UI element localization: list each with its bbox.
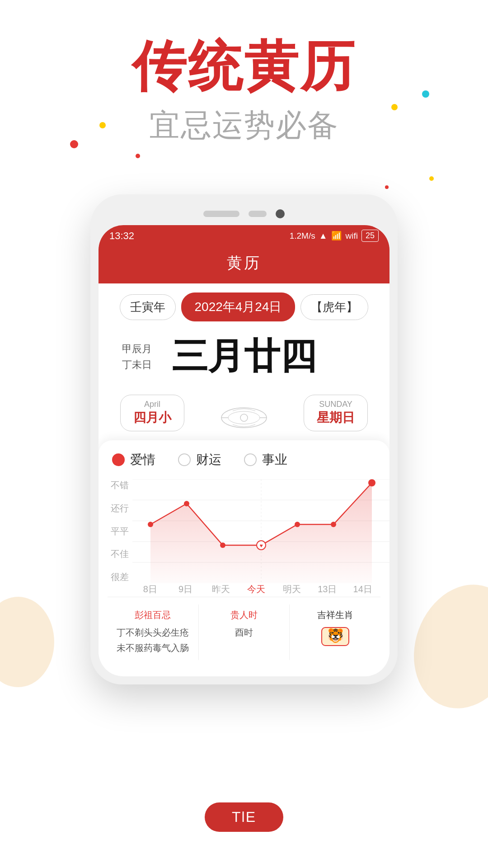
x-label-14: 14日 (345, 583, 380, 597)
x-label-tomorrow: 明天 (274, 583, 310, 597)
luck-tab-dot-career (244, 453, 257, 466)
dot-red-2 (136, 154, 140, 158)
svg-point-13 (184, 501, 189, 506)
svg-point-1 (228, 411, 260, 424)
signal-icon: ▲ (319, 231, 328, 241)
month-row: April 四月小 (109, 388, 379, 433)
month-label: 甲辰月 (122, 341, 152, 357)
luck-tab-wealth-label: 财运 (196, 451, 221, 468)
date-row: 壬寅年 2022年4月24日 【虎年】 (109, 292, 379, 321)
lunar-section: 甲辰月 丁未日 三月廿四 (109, 330, 379, 384)
x-label-yesterday: 昨天 (203, 583, 239, 597)
weekday-chip: SUNDAY 星期日 (304, 395, 368, 431)
svg-point-17 (295, 522, 300, 527)
weekday-cn-label: 星期日 (317, 409, 355, 426)
hero-section: 传统黄历 宜忌运势必备 (0, 36, 488, 146)
svg-point-14 (220, 542, 225, 548)
dot-yellow-3 (429, 176, 434, 181)
x-label-13: 13日 (310, 583, 345, 597)
x-label-today: 今天 (239, 583, 274, 597)
phone-camera (276, 209, 285, 218)
svg-point-12 (148, 522, 153, 527)
y-label-2: 平平 (108, 525, 132, 538)
x-label-9: 9日 (168, 583, 203, 597)
bottom-badge: TlE (205, 802, 283, 832)
network-speed: 1.2M/s (290, 231, 315, 241)
month-chip: April 四月小 (120, 395, 184, 431)
hero-title: 传统黄历 (0, 36, 488, 96)
luck-tab-wealth[interactable]: 财运 (178, 451, 221, 468)
wifi-icon: wifi (346, 231, 358, 241)
pengzu-line2: 未不服药毒气入肠 (117, 643, 189, 653)
signal-bars: 📶 (331, 231, 342, 241)
status-right: 1.2M/s ▲ 📶 wifi 25 (290, 230, 379, 242)
svg-point-2 (240, 414, 248, 421)
guiren-title: 贵人时 (205, 609, 283, 621)
luck-tab-career[interactable]: 事业 (244, 451, 287, 468)
zodiac-chip[interactable]: 【虎年】 (300, 294, 368, 320)
shengxiao-col: 吉祥生肖 🐯 (290, 604, 380, 660)
phone-speaker2 (249, 211, 267, 217)
pengzu-title: 彭祖百忌 (114, 609, 192, 621)
x-label-8: 8日 (132, 583, 168, 597)
luck-tab-career-label: 事业 (262, 451, 287, 468)
svg-text:♥: ♥ (259, 542, 263, 549)
luck-tab-dot-wealth (178, 453, 191, 466)
luck-chart-area: 不错 还行 平平 不佳 很差 (108, 479, 380, 597)
tiger-icon: 🐯 (296, 623, 374, 650)
chart-x-labels: 8日 9日 昨天 今天 明天 13日 14日 (132, 583, 380, 597)
status-time: 13:32 (109, 230, 134, 242)
shengxiao-title: 吉祥生肖 (296, 609, 374, 621)
luck-tabs: 爱情 财运 事业 (108, 451, 380, 468)
chart-svg: ♥ (132, 479, 389, 583)
weekday-en-label: SUNDAY (317, 400, 355, 409)
app-header: 黄历 (99, 246, 389, 283)
y-label-0: 不错 (108, 479, 132, 491)
svg-point-19 (368, 479, 375, 486)
deco-shape-right (397, 570, 488, 723)
hero-subtitle: 宜忌运势必备 (0, 105, 488, 146)
date-chip-active[interactable]: 2022年4月24日 (181, 292, 295, 321)
day-label: 丁未日 (122, 357, 152, 373)
y-label-4: 很差 (108, 571, 132, 583)
luck-tab-love[interactable]: 爱情 (112, 451, 155, 468)
phone-screen: 13:32 1.2M/s ▲ 📶 wifi 25 黄历 壬寅年 2022年4月2… (99, 225, 389, 676)
guiren-value: 酉时 (205, 625, 283, 640)
battery: 25 (361, 230, 379, 242)
bottom-info: 彭祖百忌 丁不剃头头必生疮 未不服药毒气入肠 贵人时 酉时 吉祥生肖 (108, 597, 380, 667)
y-label-3: 不佳 (108, 548, 132, 560)
month-cn-label: 四月小 (133, 409, 171, 426)
pengzu-col: 彭祖百忌 丁不剃头头必生疮 未不服药毒气入肠 (108, 604, 199, 660)
month-en-label: April (133, 400, 171, 409)
app-title: 黄历 (227, 254, 261, 271)
lunar-date: 三月廿四 (172, 332, 316, 381)
phone-notch (99, 203, 389, 225)
luck-tab-dot-love (112, 453, 125, 466)
guiren-col: 贵人时 酉时 (199, 604, 290, 660)
dot-red-3 (385, 185, 389, 189)
phone-mockup: 13:32 1.2M/s ▲ 📶 wifi 25 黄历 壬寅年 2022年4月2… (90, 194, 398, 684)
chart-y-labels: 不错 还行 平平 不佳 很差 (108, 479, 132, 583)
luck-tab-love-label: 爱情 (130, 451, 155, 468)
y-label-1: 还行 (108, 502, 132, 514)
pengzu-text: 丁不剃头头必生疮 未不服药毒气入肠 (114, 625, 192, 656)
year-chip[interactable]: 壬寅年 (120, 294, 176, 320)
svg-text:🐯: 🐯 (327, 627, 344, 644)
ornament (217, 404, 271, 431)
luck-section: 爱情 财运 事业 不错 还行 (99, 440, 389, 676)
status-bar: 13:32 1.2M/s ▲ 📶 wifi 25 (99, 225, 389, 246)
pengzu-line1: 丁不剃头头必生疮 (117, 627, 189, 637)
lunar-sub: 甲辰月 丁未日 (122, 341, 152, 373)
deco-shape-left (0, 597, 54, 687)
calendar-section: 壬寅年 2022年4月24日 【虎年】 甲辰月 丁未日 三月廿四 April (99, 283, 389, 440)
phone-speaker (203, 211, 239, 217)
svg-point-18 (331, 522, 336, 527)
